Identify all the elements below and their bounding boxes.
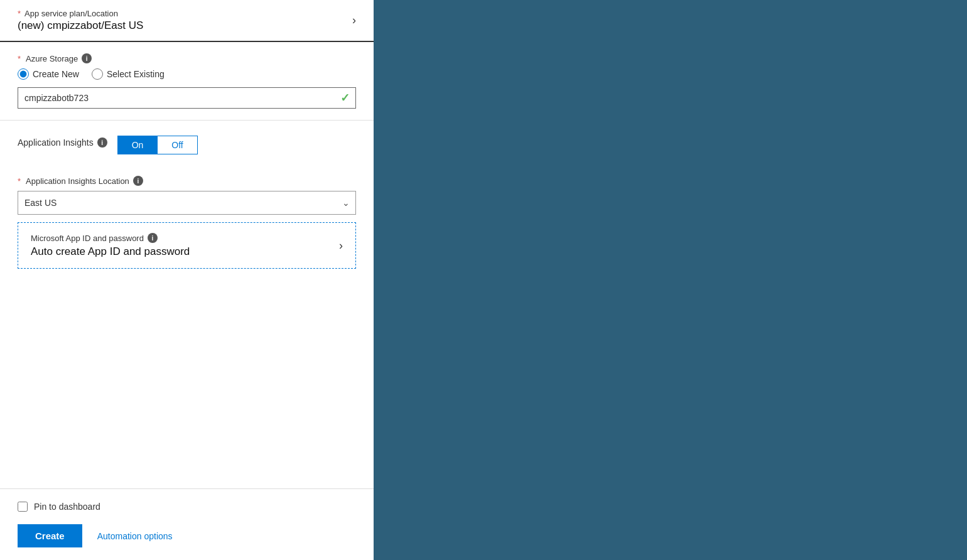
insights-on-button[interactable]: On (117, 136, 158, 154)
azure-storage-label: * Azure Storage i (18, 53, 356, 63)
app-id-content: Microsoft App ID and password i Auto cre… (31, 233, 190, 258)
app-service-plan-label: * App service plan/Location (18, 9, 143, 18)
pin-to-dashboard-checkbox[interactable] (18, 502, 28, 512)
required-star: * (18, 9, 21, 18)
microsoft-app-id-label: Microsoft App ID and password (31, 234, 144, 243)
azure-storage-info-icon[interactable]: i (82, 53, 92, 63)
storage-input-wrapper: ✓ (18, 87, 356, 109)
app-id-info-icon[interactable]: i (148, 233, 158, 243)
required-star-location: * (18, 176, 21, 186)
left-panel: * App service plan/Location (new) cmpizz… (0, 0, 374, 560)
azure-storage-radio-group: Create New Select Existing (18, 68, 356, 80)
action-row: Create Automation options (18, 524, 356, 547)
app-service-plan-row[interactable]: * App service plan/Location (new) cmpizz… (0, 0, 374, 42)
app-service-content: * App service plan/Location (new) cmpizz… (18, 9, 143, 32)
valid-check-icon: ✓ (340, 91, 350, 105)
select-existing-option[interactable]: Select Existing (92, 68, 165, 80)
pin-to-dashboard-label: Pin to dashboard (34, 502, 100, 512)
app-id-chevron-right-icon: › (339, 239, 343, 252)
insights-location-info-icon[interactable]: i (133, 176, 143, 186)
application-insights-toggle-group: On Off (117, 136, 198, 154)
insights-off-button[interactable]: Off (157, 136, 197, 154)
application-insights-section: Application Insights i On Off (0, 121, 374, 164)
insights-location-label: * Application Insights Location i (18, 176, 356, 186)
insights-location-select-wrapper: East US West US East US 2 North Europe W… (18, 191, 356, 215)
azure-storage-label-text: Azure Storage (26, 54, 78, 63)
automation-options-link[interactable]: Automation options (97, 531, 173, 541)
storage-name-input[interactable] (18, 87, 356, 109)
create-new-radio[interactable] (18, 68, 29, 80)
insights-location-select[interactable]: East US West US East US 2 North Europe W… (18, 191, 356, 215)
application-insights-label-group: Application Insights i (18, 137, 107, 148)
insights-location-label-text: Application Insights Location (26, 176, 129, 186)
app-service-plan-value: (new) cmpizzabot/East US (18, 19, 143, 32)
required-star-storage: * (18, 54, 21, 63)
create-new-option[interactable]: Create New (18, 68, 79, 80)
create-button[interactable]: Create (18, 524, 82, 547)
create-new-label: Create New (33, 69, 79, 79)
azure-storage-section: * Azure Storage i Create New Select Exis… (0, 42, 374, 121)
application-insights-info-icon[interactable]: i (97, 137, 107, 148)
microsoft-app-id-box[interactable]: Microsoft App ID and password i Auto cre… (18, 222, 356, 269)
insights-location-section: * Application Insights Location i East U… (0, 164, 374, 280)
bottom-section: Pin to dashboard Create Automation optio… (0, 488, 374, 560)
chevron-right-icon: › (352, 14, 356, 27)
app-service-plan-label-text: App service plan/Location (24, 9, 118, 18)
app-id-label-group: Microsoft App ID and password i (31, 233, 190, 243)
select-existing-radio[interactable] (92, 68, 103, 80)
pin-to-dashboard-row: Pin to dashboard (18, 502, 356, 512)
application-insights-label-text: Application Insights (18, 137, 94, 148)
right-panel (374, 0, 967, 560)
select-existing-label: Select Existing (107, 69, 165, 79)
app-id-value: Auto create App ID and password (31, 245, 190, 258)
